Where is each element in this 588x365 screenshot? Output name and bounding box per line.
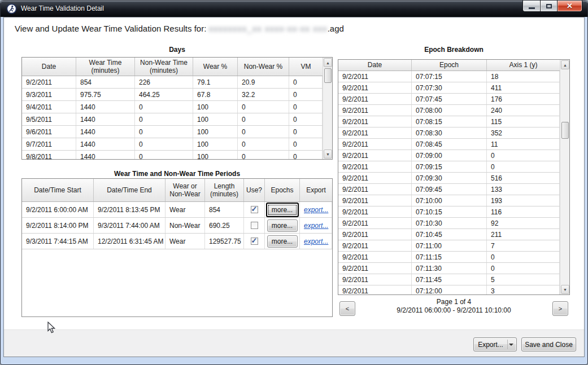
table-cell: 9/2/2011 [338, 184, 412, 195]
use-checkbox[interactable] [251, 238, 258, 245]
epochs-more-button[interactable]: more... [266, 203, 299, 217]
scroll-down-button[interactable]: ▼ [324, 149, 332, 159]
column-header-date[interactable]: Date [22, 58, 76, 76]
export-link[interactable]: export... [304, 222, 328, 230]
table-cell: 0 [289, 138, 323, 150]
table-row[interactable]: 9/2/201107:08:4511 [338, 139, 560, 150]
table-row[interactable]: 9/4/20111440010000 [22, 101, 323, 113]
table-row[interactable]: 9/2/201107:07:1518 [338, 71, 560, 82]
save-and-close-button[interactable]: Save and Close [521, 337, 576, 351]
column-header-start[interactable]: Date/Time Start [22, 179, 94, 201]
table-row[interactable]: 9/6/20111440010000 [22, 126, 323, 138]
table-cell: 9/2/2011 8:13:45 PM [94, 202, 165, 217]
column-header-epoch-time[interactable]: Epoch [412, 60, 487, 71]
column-header-wear-or-nonwear[interactable]: Wear or Non-Wear [165, 179, 205, 201]
table-cell: 92 [487, 218, 560, 228]
epoch-section-title: Epoch Breakdown [338, 46, 570, 54]
table-cell: 133 [487, 184, 560, 195]
scroll-up-button[interactable]: ▲ [324, 58, 332, 67]
mouse-cursor [47, 322, 55, 333]
export-dropdown-button[interactable]: Export... [473, 337, 517, 351]
table-cell: 0 [135, 101, 193, 113]
table-row[interactable]: 9/5/20111440010000 [22, 113, 323, 126]
table-row[interactable]: 9/2/201107:08:00240 [338, 105, 560, 116]
table-cell: 464.25 [135, 89, 193, 100]
table-row[interactable]: 9/2/201107:08:15115 [338, 116, 560, 127]
export-link[interactable]: export... [304, 238, 328, 245]
column-header-export[interactable]: Export [300, 179, 332, 201]
column-header-end[interactable]: Date/Time End [94, 179, 165, 201]
table-cell: 07:09:15 [412, 161, 487, 172]
period-row[interactable]: 9/2/2011 8:14:00 PM 9/3/2011 7:44:00 AM … [22, 218, 332, 234]
scrollbar-thumb[interactable] [561, 122, 569, 139]
column-header-length[interactable]: Length (minutes) [205, 179, 244, 201]
table-cell: 9/2/2011 [338, 206, 412, 217]
page-range-label: 9/2/2011 06:00:00 - 9/2/2011 10:10:00 [338, 306, 570, 315]
table-cell: 07:08:45 [412, 139, 487, 149]
epochs-more-button[interactable]: more... [267, 219, 298, 232]
use-checkbox[interactable] [251, 206, 258, 213]
column-header-use[interactable]: Use? [244, 179, 265, 201]
table-cell: 9/2/2011 [338, 150, 412, 161]
column-header-non-wear-time[interactable]: Non-Wear Time (minutes) [135, 58, 193, 76]
minimize-button[interactable] [522, 1, 540, 12]
scroll-up-button[interactable]: ▲ [561, 60, 569, 69]
table-row[interactable]: 9/2/201107:09:45133 [338, 184, 560, 195]
table-cell: 07:11:45 [412, 274, 487, 285]
table-cell: 690.25 [205, 218, 244, 233]
epoch-scrollbar[interactable]: ▲ ▼ [560, 60, 569, 294]
table-row[interactable]: 9/2/201107:10:45211 [338, 229, 560, 240]
table-cell: 07:07:45 [412, 94, 487, 104]
table-row[interactable]: 9/2/201107:09:30516 [338, 173, 560, 184]
table-row[interactable]: 9/2/201107:10:00193 [338, 195, 560, 206]
next-page-button[interactable]: > [552, 301, 568, 316]
table-row[interactable]: 9/2/201107:11:007 [338, 240, 560, 252]
table-row[interactable]: 9/8/20111440010000 [22, 151, 323, 160]
table-row[interactable]: 9/2/201185422679.120.90 [22, 76, 323, 89]
column-header-wear-time[interactable]: Wear Time (minutes) [76, 58, 135, 76]
days-scrollbar[interactable]: ▲ ▼ [323, 58, 332, 159]
scroll-down-button[interactable]: ▼ [561, 285, 569, 294]
column-header-non-wear-pct[interactable]: Non-Wear % [238, 58, 289, 76]
table-row[interactable]: 9/2/201107:07:45176 [338, 94, 560, 105]
table-cell: 0 [487, 150, 560, 161]
period-row[interactable]: 9/3/2011 7:44:15 AM 12/2/2011 6:31:45 AM… [22, 234, 332, 249]
column-header-wear-pct[interactable]: Wear % [193, 58, 238, 76]
table-cell: 100 [193, 113, 238, 125]
export-link[interactable]: export... [304, 206, 328, 214]
close-button[interactable]: ✕ [557, 1, 582, 12]
table-cell: Wear [165, 202, 205, 217]
table-cell: 193 [487, 195, 560, 206]
table-row[interactable]: 9/2/201107:09:000 [338, 150, 560, 161]
title-bar[interactable]: Wear Time Validation Detail ✕ [1, 1, 587, 17]
column-header-vm[interactable]: VM [289, 58, 323, 76]
column-header-epoch-date[interactable]: Date [338, 60, 412, 71]
table-cell: 9/2/2011 [338, 240, 412, 251]
table-cell: 07:08:30 [412, 127, 487, 138]
epochs-more-button[interactable]: more... [267, 235, 298, 248]
table-row[interactable]: 9/2/201107:10:3092 [338, 218, 560, 229]
column-header-axis1[interactable]: Axis 1 (y) [487, 60, 560, 71]
table-row[interactable]: 9/2/201107:10:15116 [338, 206, 560, 218]
table-row[interactable]: 9/2/201107:08:30352 [338, 127, 560, 139]
table-row[interactable]: 9/2/201107:11:300 [338, 263, 560, 274]
period-row[interactable]: 9/2/2011 6:00:00 AM 9/2/2011 8:13:45 PM … [22, 202, 332, 218]
column-header-epochs[interactable]: Epochs [265, 179, 300, 201]
table-row[interactable]: 9/7/20111440010000 [22, 138, 323, 151]
table-row[interactable]: 9/3/2011975.75464.2567.832.20 [22, 89, 323, 101]
table-cell: 0 [289, 151, 323, 160]
table-cell: 07:09:45 [412, 184, 487, 195]
table-row[interactable]: 9/2/201107:12:003 [338, 285, 560, 295]
scrollbar-thumb[interactable] [324, 68, 332, 83]
table-cell: 07:10:15 [412, 206, 487, 217]
table-cell: 0 [289, 126, 323, 138]
dialog-content: View and Update Wear Time Validation Res… [3, 17, 585, 357]
table-row[interactable]: 9/2/201107:07:30411 [338, 82, 560, 94]
table-cell: 0 [487, 263, 560, 274]
table-row[interactable]: 9/2/201107:11:455 [338, 274, 560, 285]
table-row[interactable]: 9/2/201107:09:150 [338, 161, 560, 173]
use-checkbox[interactable] [251, 222, 258, 229]
table-row[interactable]: 9/2/201107:11:150 [338, 252, 560, 263]
page-number-label: Page 1 of 4 [338, 298, 570, 306]
maximize-button[interactable] [540, 1, 557, 12]
